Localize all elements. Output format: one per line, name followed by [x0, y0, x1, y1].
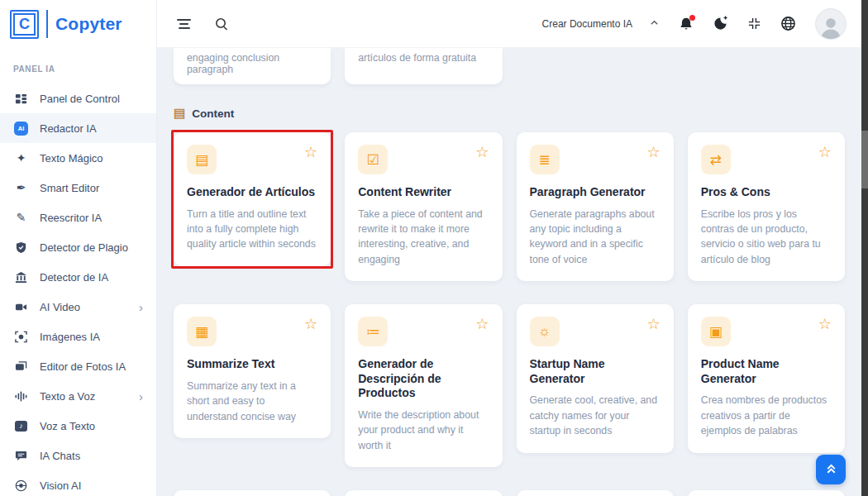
tool-card-title: Summarize Text [187, 357, 317, 372]
fullscreen-icon[interactable] [747, 17, 761, 31]
tool-card-extensor-de-texto[interactable]: ↔ ☆ Extensor de texto Amplie sus frases … [688, 490, 845, 496]
sidebar-nav: Panel de Control › AI Redactor IA › ✦ Te… [0, 83, 156, 496]
chevron-right-icon: › [139, 301, 143, 313]
tool-card-description: Summarize any text in a short and easy t… [187, 379, 317, 424]
tool-card-product-name-generator[interactable]: ▣ ☆ Product Name Generator Crea nombres … [688, 304, 845, 452]
sidebar: C Copyter PANEL IA Panel de Control › AI… [0, 0, 157, 496]
chat-bubble-icon [13, 450, 29, 462]
header-actions: Crear Documento IA [542, 8, 847, 40]
app-logo[interactable]: C Copyter [0, 0, 156, 48]
favorite-star-icon[interactable]: ☆ [475, 145, 489, 160]
sidebar-item-texto-a-voz[interactable]: Texto a Voz › [0, 381, 156, 411]
scroll-icon: ▤ [174, 106, 185, 121]
tool-card-description: Escribe los pros y los contras de un pro… [701, 207, 832, 268]
partial-card-text: engaging conclusion paragraph [187, 52, 279, 75]
partial-cards-row: engaging conclusion paragraph artículos … [174, 48, 845, 84]
product-box-icon: ▣ [701, 317, 731, 346]
sidebar-item-texto-magico[interactable]: ✦ Texto Mágico › [0, 143, 156, 173]
tool-card-description: Take a piece of content and rewrite it t… [358, 207, 489, 268]
scroll-to-top-button[interactable] [816, 455, 846, 484]
shield-check-icon [13, 241, 29, 254]
sidebar-item-detector-de-ia[interactable]: Detector de IA › [0, 262, 156, 292]
logo-letter: C [13, 13, 36, 36]
tool-card-description: Generate cool, creative, and catchy name… [530, 393, 661, 438]
grid-icon [13, 93, 29, 105]
logo-text: Copyter [55, 14, 122, 34]
tools-grid: ▤ ☆ Generador de Artículos Turn a title … [174, 132, 845, 496]
tool-card-content-rewriter[interactable]: ☑ ☆ Content Rewriter Take a piece of con… [345, 132, 502, 281]
checkbox-icon: ☑ [358, 145, 388, 174]
favorite-star-icon[interactable]: ☆ [818, 317, 832, 331]
tool-card-title: Paragraph Generator [530, 185, 661, 200]
tool-card-title: Content Rewriter [358, 185, 489, 200]
tool-card-corrector-gramatical[interactable]: AB✓ ☆ Corrector Gramatical Asegúrese de … [517, 490, 674, 496]
section-title: Content [192, 107, 234, 120]
sidebar-item-smart-editor[interactable]: ✒ Smart Editor › [0, 173, 156, 203]
app-window: C Copyter PANEL IA Panel de Control › AI… [0, 0, 868, 496]
sidebar-item-panel-de-control[interactable]: Panel de Control › [0, 83, 156, 113]
favorite-star-icon[interactable]: ☆ [304, 317, 317, 331]
logo-mark-icon: C [10, 10, 39, 39]
tool-card-paragraph-generator[interactable]: ≣ ☆ Paragraph Generator Generate paragra… [517, 132, 674, 281]
create-document-label: Crear Documento IA [542, 18, 632, 30]
search-icon[interactable] [214, 17, 229, 31]
sidebar-item-vision-ai[interactable]: Vision AI › [0, 470, 156, 496]
tool-card-generador-de-descripcion-de-productos[interactable]: ≔ ☆ Generador de Descripción de Producto… [345, 304, 502, 467]
tool-card-generador-de-ensayos[interactable]: § ☆ Generador de Ensayos Crea ensayos ac… [174, 490, 331, 496]
sidebar-item-redactor-ia[interactable]: AI Redactor IA › [0, 113, 156, 143]
language-globe-icon[interactable] [780, 16, 796, 31]
menu-icon[interactable] [177, 19, 191, 29]
sidebar-item-detector-de-plagio[interactable]: Detector de Plagio › [0, 232, 156, 262]
content-area: engaging conclusion paragraph artículos … [157, 48, 868, 496]
tool-card-title: Startup Name Generator [530, 357, 661, 386]
paragraph-list-icon: ≣ [530, 145, 560, 174]
tool-card-title: Generador de Descripción de Productos [358, 357, 489, 401]
sidebar-item-imagenes-ia[interactable]: Imágenes IA › [0, 322, 156, 351]
sidebar-item-ai-video[interactable]: AI Video › [0, 292, 156, 322]
summary-doc-icon: ▦ [187, 317, 217, 346]
tool-card-description: Generate paragraphs about any topic incl… [530, 207, 661, 268]
lightbulb-icon: ☼ [530, 317, 560, 346]
quill-icon: ✒ [13, 181, 29, 194]
music-note-icon: ♪ [13, 421, 29, 432]
tool-card-generador-de-historias[interactable]: ▥ ☆ Generador de Historias Permita que l… [345, 490, 502, 496]
camera-focus-icon [13, 331, 29, 343]
top-header: Crear Documento IA [157, 0, 868, 48]
favorite-star-icon[interactable]: ☆ [647, 317, 661, 331]
building-columns-icon [13, 271, 29, 284]
favorite-star-icon[interactable]: ☆ [647, 145, 661, 160]
partial-tool-card[interactable]: engaging conclusion paragraph [174, 48, 331, 84]
favorite-star-icon[interactable]: ☆ [818, 145, 832, 160]
sidebar-item-voz-a-texto[interactable]: ♪ Voz a Texto › [0, 411, 156, 441]
scrollbar-thumb[interactable] [861, 131, 868, 188]
dark-mode-moon-icon[interactable] [713, 16, 728, 31]
create-document-dropdown[interactable]: Crear Documento IA [542, 17, 660, 31]
tool-card-title: Generador de Artículos [187, 185, 317, 200]
partial-tool-card[interactable]: artículos de forma gratuita [345, 48, 502, 84]
partial-card-text: artículos de forma gratuita [358, 52, 476, 64]
tool-card-summarize-text[interactable]: ▦ ☆ Summarize Text Summarize any text in… [174, 304, 331, 438]
double-chevron-up-icon [824, 461, 838, 478]
tool-card-startup-name-generator[interactable]: ☼ ☆ Startup Name Generator Generate cool… [517, 304, 674, 452]
sidebar-item-reescritor-ia[interactable]: ✎ Reescritor IA › [0, 203, 156, 232]
main-pane: Crear Documento IA [157, 0, 868, 496]
ai-chip-icon: AI [13, 122, 29, 136]
tool-card-description: Write the description about your product… [358, 408, 489, 453]
vision-eye-icon [13, 479, 29, 492]
photo-editor-icon [13, 360, 29, 373]
pencil-icon: ✎ [13, 211, 29, 224]
chevron-right-icon: › [139, 390, 143, 403]
tool-card-description: Crea nombres de productos creativos a pa… [701, 393, 832, 438]
page-scrollbar[interactable] [861, 0, 868, 496]
sidebar-item-editor-de-fotos-ia[interactable]: Editor de Fotos IA › [0, 351, 156, 381]
notifications-bell-icon[interactable] [679, 17, 694, 31]
favorite-star-icon[interactable]: ☆ [304, 145, 317, 160]
swap-arrows-icon: ⇄ [701, 145, 731, 174]
sidebar-item-ia-chats[interactable]: IA Chats › [0, 441, 156, 470]
logo-divider [46, 10, 48, 38]
tool-card-generador-de-articulos[interactable]: ▤ ☆ Generador de Artículos Turn a title … [174, 132, 331, 266]
tool-card-pros-cons[interactable]: ⇄ ☆ Pros & Cons Escribe los pros y los c… [688, 132, 845, 281]
user-avatar[interactable] [815, 8, 847, 40]
tool-card-title: Pros & Cons [701, 185, 832, 200]
favorite-star-icon[interactable]: ☆ [475, 317, 489, 331]
